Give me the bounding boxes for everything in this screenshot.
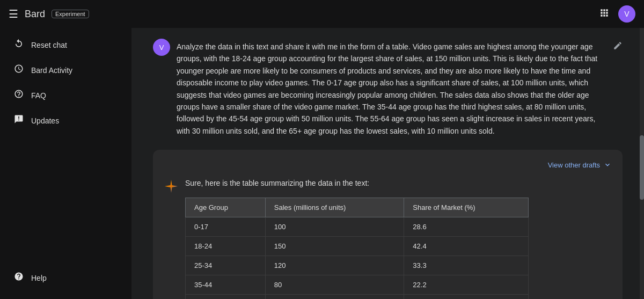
sidebar-label-faq: FAQ	[31, 91, 46, 100]
main-layout: Reset chat Bard Activity FAQ	[0, 28, 644, 299]
table-row: 35-448022.2	[186, 275, 529, 295]
user-message-avatar: V	[153, 39, 170, 56]
sidebar-label-reset-chat: Reset chat	[31, 41, 67, 49]
bard-message-row: Sure, here is the table summarizing the …	[164, 178, 612, 299]
table-cell: 42.4	[404, 237, 529, 256]
sidebar-label-updates: Updates	[31, 116, 59, 125]
table-cell: 0-17	[186, 217, 266, 237]
table-cell: 22.2	[404, 275, 529, 295]
updates-icon	[13, 114, 25, 127]
table-cell: 80	[265, 275, 404, 295]
sidebar-item-bard-activity[interactable]: Bard Activity	[4, 59, 127, 82]
view-drafts-label: View other drafts	[548, 161, 600, 169]
topbar: ☰ Bard Experiment V	[0, 0, 644, 28]
table-row: 0-1710028.6	[186, 217, 529, 237]
experiment-badge: Experiment	[52, 10, 89, 18]
user-avatar[interactable]: V	[618, 5, 635, 23]
table-header-market-share: Share of Market (%)	[404, 198, 529, 217]
bard-intro-text: Sure, here is the table summarizing the …	[185, 178, 612, 189]
table-cell: 13.8	[404, 295, 529, 299]
table-cell: 18-24	[186, 237, 266, 256]
table-cell: 25-34	[186, 256, 266, 275]
sidebar-bottom: Help	[0, 265, 131, 295]
bard-star-icon	[164, 179, 179, 194]
help-icon	[13, 272, 25, 284]
table-cell: 120	[265, 256, 404, 275]
data-table: Age Group Sales (millions of units) Shar…	[185, 198, 529, 299]
menu-icon[interactable]: ☰	[9, 8, 18, 20]
chat-area[interactable]: V Analyze the data in this text and shar…	[131, 28, 644, 299]
sidebar-item-updates[interactable]: Updates	[4, 109, 127, 132]
table-header-sales: Sales (millions of units)	[265, 198, 404, 217]
table-header-age-group: Age Group	[186, 198, 266, 217]
reset-chat-icon	[13, 39, 25, 51]
table-row: 25-3412033.3	[186, 256, 529, 275]
table-row: 18-2415042.4	[186, 237, 529, 256]
topbar-right: V	[599, 5, 635, 23]
table-cell: 28.6	[404, 217, 529, 237]
table-header-row: Age Group Sales (millions of units) Shar…	[186, 198, 529, 217]
bard-response-container: View other drafts	[153, 150, 623, 299]
table-cell: 50	[265, 295, 404, 299]
scrollbar-thumb[interactable]	[640, 135, 644, 200]
sidebar-item-faq[interactable]: FAQ	[4, 84, 127, 107]
app-name: Bard	[25, 9, 45, 20]
sidebar: Reset chat Bard Activity FAQ	[0, 28, 131, 299]
faq-icon	[13, 89, 25, 101]
bard-message-content: Sure, here is the table summarizing the …	[185, 178, 612, 299]
bard-activity-icon	[13, 64, 25, 76]
user-message-container: V Analyze the data in this text and shar…	[153, 39, 623, 137]
table-row: 45-545013.8	[186, 295, 529, 299]
view-other-drafts-button[interactable]: View other drafts	[548, 161, 612, 169]
edit-message-icon[interactable]	[613, 41, 623, 53]
grid-icon[interactable]	[599, 8, 610, 21]
sidebar-label-help: Help	[31, 274, 47, 282]
table-cell: 33.3	[404, 256, 529, 275]
scrollbar-track[interactable]	[640, 28, 644, 299]
bard-response-header: View other drafts	[164, 161, 612, 169]
user-message-text: Analyze the data in this text and share …	[177, 39, 606, 137]
topbar-left: ☰ Bard Experiment	[9, 8, 89, 20]
table-cell: 150	[265, 237, 404, 256]
sidebar-item-help[interactable]: Help	[4, 266, 127, 289]
sidebar-item-reset-chat[interactable]: Reset chat	[4, 33, 127, 56]
table-cell: 35-44	[186, 275, 266, 295]
table-cell: 45-54	[186, 295, 266, 299]
table-cell: 100	[265, 217, 404, 237]
sidebar-label-bard-activity: Bard Activity	[31, 66, 72, 75]
